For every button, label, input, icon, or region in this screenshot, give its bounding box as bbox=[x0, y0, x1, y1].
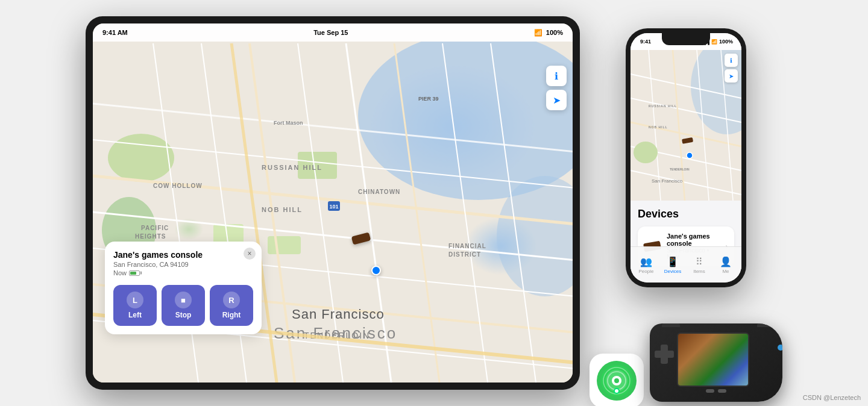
tablet-locate-button[interactable]: ➤ bbox=[546, 90, 567, 110]
svg-point-52 bbox=[634, 142, 658, 163]
game-screen bbox=[677, 333, 749, 387]
scene: 9:41 AM Tue Sep 15 📶 100% bbox=[86, 10, 782, 396]
svg-text:Fort Mason: Fort Mason bbox=[274, 120, 303, 126]
tablet-time: 9:41 AM bbox=[102, 29, 128, 36]
tablet-city-label: San Francisco bbox=[292, 307, 385, 322]
items-tab-label: Items bbox=[693, 269, 705, 274]
svg-text:101: 101 bbox=[329, 204, 338, 210]
phone-notch bbox=[662, 33, 710, 45]
stop-button-icon: ■ bbox=[175, 292, 192, 308]
svg-text:CHINATOWN: CHINATOWN bbox=[358, 189, 400, 195]
tab-items[interactable]: ⠿ Items bbox=[686, 256, 712, 274]
svg-text:San Francisco: San Francisco bbox=[652, 178, 683, 184]
phone-map[interactable]: RUSSIAN HILL NOB HILL TENDERLOIN San Fra… bbox=[631, 50, 741, 201]
svg-point-58 bbox=[687, 152, 693, 158]
popup-device-name: Jane's games console bbox=[113, 250, 253, 260]
tablet-status-bar: 9:41 AM Tue Sep 15 📶 100% bbox=[93, 23, 573, 42]
right-button-icon: R bbox=[223, 292, 240, 308]
people-tab-label: People bbox=[639, 269, 654, 274]
phone-info-button[interactable]: ℹ bbox=[725, 54, 738, 67]
popup-address: San Francisco, CA 94109 bbox=[113, 261, 253, 268]
svg-point-67 bbox=[615, 389, 618, 393]
svg-text:PACIFIC: PACIFIC bbox=[141, 225, 169, 231]
svg-text:COW HOLLOW: COW HOLLOW bbox=[153, 183, 203, 189]
tablet: 9:41 AM Tue Sep 15 📶 100% bbox=[86, 16, 580, 390]
people-tab-icon: 👥 bbox=[640, 256, 652, 267]
phone-wifi-icon: 📶 bbox=[711, 39, 717, 45]
tablet-date: Tue Sep 15 bbox=[313, 29, 348, 36]
devices-tab-icon: 📱 bbox=[667, 256, 679, 267]
svg-text:TENDERLOIN: TENDERLOIN bbox=[670, 167, 690, 171]
game-console bbox=[650, 323, 782, 406]
svg-text:NOB HILL: NOB HILL bbox=[262, 206, 303, 213]
phone-device-name: Jane's games console bbox=[667, 233, 719, 247]
svg-text:HEIGHTS: HEIGHTS bbox=[135, 233, 166, 240]
tablet-screen: 9:41 AM Tue Sep 15 📶 100% bbox=[93, 23, 573, 383]
tablet-battery: 100% bbox=[546, 29, 563, 36]
tablet-popup: × Jane's games console San Francisco, CA… bbox=[105, 242, 262, 334]
game-left-shoulder bbox=[662, 323, 680, 327]
me-tab-label: Me bbox=[722, 269, 729, 274]
findmy-app-icon[interactable] bbox=[590, 354, 644, 406]
stop-button-label: Stop bbox=[175, 311, 192, 319]
phone-list-title: Devices bbox=[638, 208, 734, 220]
phone-time: 9:41 bbox=[640, 39, 651, 45]
game-dpad bbox=[655, 345, 674, 364]
right-button-label: Right bbox=[222, 311, 241, 319]
tab-me[interactable]: 👤 Me bbox=[712, 256, 739, 274]
tablet-wifi-icon: 📶 bbox=[534, 29, 542, 37]
tablet-info-button[interactable]: ℹ bbox=[546, 66, 567, 86]
svg-point-63 bbox=[614, 378, 619, 383]
items-tab-icon: ⠿ bbox=[696, 256, 703, 267]
tab-people[interactable]: 👥 People bbox=[633, 256, 659, 274]
svg-text:NOB HILL: NOB HILL bbox=[649, 125, 668, 129]
game-right-shoulder bbox=[757, 323, 775, 327]
phone-battery: 100% bbox=[719, 39, 733, 45]
watermark: CSDN @Lenzetech bbox=[803, 394, 861, 401]
popup-battery-icon bbox=[129, 270, 140, 276]
svg-text:RUSSIAN HILL: RUSSIAN HILL bbox=[262, 164, 322, 171]
phone-locate-button[interactable]: ➤ bbox=[725, 69, 738, 83]
me-tab-icon: 👤 bbox=[720, 256, 732, 267]
svg-rect-5 bbox=[268, 236, 301, 254]
right-button[interactable]: R Right bbox=[210, 285, 253, 326]
tab-devices[interactable]: 📱 Devices bbox=[659, 256, 686, 274]
game-screen-content bbox=[678, 334, 748, 386]
popup-action-buttons: L Left ■ Stop R Right bbox=[113, 285, 253, 326]
tablet-status-right: 📶 100% bbox=[534, 29, 563, 37]
left-button-label: Left bbox=[128, 311, 142, 319]
findmy-logo-svg bbox=[596, 360, 638, 402]
game-select-button bbox=[706, 389, 714, 393]
popup-time: Now bbox=[113, 269, 253, 276]
stop-button[interactable]: ■ Stop bbox=[162, 285, 205, 326]
game-center-buttons bbox=[706, 389, 726, 393]
svg-point-2 bbox=[108, 134, 174, 182]
svg-text:PIER 39: PIER 39 bbox=[418, 96, 439, 102]
game-button-b bbox=[778, 345, 782, 351]
phone-screen: 9:41 ▐▐▐ 📶 100% bbox=[631, 33, 741, 283]
left-button-icon: L bbox=[127, 292, 143, 308]
game-dpad-vertical bbox=[661, 345, 668, 364]
tablet-location-pin bbox=[371, 266, 381, 275]
phone: 9:41 ▐▐▐ 📶 100% bbox=[626, 28, 746, 287]
left-button[interactable]: L Left bbox=[113, 285, 157, 326]
popup-close-button[interactable]: × bbox=[244, 248, 256, 260]
svg-text:RUSSIAN HILL: RUSSIAN HILL bbox=[649, 104, 677, 108]
game-console-body bbox=[650, 323, 782, 402]
game-start-button bbox=[718, 389, 726, 393]
devices-tab-label: Devices bbox=[664, 269, 681, 274]
svg-text:DISTRICT: DISTRICT bbox=[448, 251, 481, 258]
svg-text:FINANCIAL: FINANCIAL bbox=[448, 243, 486, 249]
